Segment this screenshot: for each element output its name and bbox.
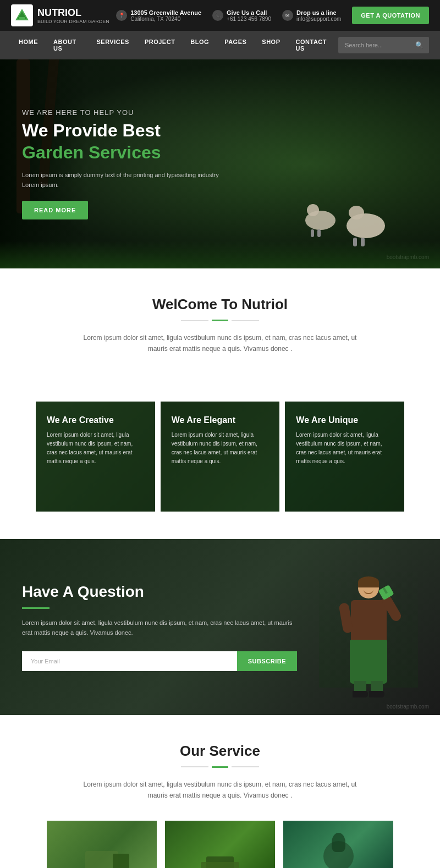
card-content-1: We Are Creative Lorem ipsum dolor sit am… xyxy=(36,402,155,480)
person-right-foot xyxy=(369,691,384,697)
gardener-figure xyxy=(319,567,418,688)
welcome-divider xyxy=(44,320,396,321)
person-right-arm xyxy=(380,594,403,623)
phone-value: +61 123 456 7890 xyxy=(227,16,271,22)
hero-content: WE ARE HERE TO HELP YOU We Provide Best … xyxy=(0,92,248,236)
nav-list: HOME ABOUT US SERVICES PROJECT BLOG PAGE… xyxy=(11,31,338,59)
service-section: Our Service Lorem ipsum dolor sit amet, … xyxy=(0,715,440,868)
quotation-button[interactable]: GET A QUOTATION xyxy=(352,7,429,24)
svg-rect-2 xyxy=(19,17,25,20)
email-icon: ✉ xyxy=(282,10,293,21)
service-divider-left xyxy=(181,766,208,767)
service-img-2 xyxy=(165,821,275,868)
nav-item-home[interactable]: HOME xyxy=(11,31,46,59)
feature-card-creative: We Are Creative Lorem ipsum dolor sit am… xyxy=(36,402,155,512)
brand-tagline: BUILD YOUR DREAM GARDEN xyxy=(37,19,109,24)
card-title-1: We Are Creative xyxy=(47,415,144,425)
email-label: Drop us a line xyxy=(296,9,341,16)
location-icon: 📍 xyxy=(116,10,127,21)
welcome-section: WelCome To Nutriol Lorem ipsum dolor sit… xyxy=(0,268,440,402)
person-hair xyxy=(358,576,379,587)
person-left-leg xyxy=(354,681,366,692)
email-form: SUBSCRIBE xyxy=(22,651,297,671)
email-input[interactable] xyxy=(22,651,237,671)
nav-item-pages[interactable]: PAGES xyxy=(217,31,254,59)
person-head xyxy=(358,578,379,598)
person-left-foot xyxy=(353,691,368,697)
header-contacts: 📍 13005 Greenville Avenue California, TX… xyxy=(116,7,429,24)
address-value: California, TX 70240 xyxy=(130,16,201,22)
card-content-2: We Are Elegant Lorem ipsum dolor sit ame… xyxy=(161,402,280,480)
card-title-3: We Are Unique xyxy=(296,415,393,425)
nav-item-shop[interactable]: SHOP xyxy=(254,31,288,59)
top-header: NUTRIOL BUILD YOUR DREAM GARDEN 📍 13005 … xyxy=(0,0,440,31)
logo-text: NUTRIOL BUILD YOUR DREAM GARDEN xyxy=(37,7,109,24)
phone-icon: 📞 xyxy=(212,10,223,21)
nav-item-about[interactable]: ABOUT US xyxy=(46,31,89,59)
person-left-arm xyxy=(338,602,353,634)
contact-address: 📍 13005 Greenville Avenue California, TX… xyxy=(116,9,201,22)
service-card-rubbish: 🌱 Rubbish Removal Anim pariatur cliche r… xyxy=(47,821,157,868)
hero-description: Lorem ipsum is simply dummy text of the … xyxy=(22,171,226,190)
search-button[interactable]: 🔍 xyxy=(410,37,429,53)
search-area: 🔍 xyxy=(338,37,429,53)
service-card-lawn: 🌿 Lawn Moving Anim pariatur cliche repre… xyxy=(165,821,275,868)
contact-phone: 📞 Give Us a Call +61 123 456 7890 xyxy=(212,9,271,22)
feature-cards: We Are Creative Lorem ipsum dolor sit am… xyxy=(0,402,440,539)
grass-bottom xyxy=(0,241,440,268)
card-text-2: Lorem ipsum dolor sit amet, ligula vesti… xyxy=(172,431,269,466)
hero-title-line2: Garden Services xyxy=(22,142,226,163)
card-text-1: Lorem ipsum dolor sit amet, ligula vesti… xyxy=(47,431,144,466)
question-title: Have A Question xyxy=(22,583,297,601)
person-body xyxy=(336,578,402,688)
email-value: info@support.com xyxy=(296,16,341,22)
logo-area: NUTRIOL BUILD YOUR DREAM GARDEN xyxy=(11,4,109,26)
brand-name: NUTRIOL xyxy=(37,7,109,19)
sheep-decoration xyxy=(305,211,385,238)
nav-item-contact[interactable]: CONTACT US xyxy=(288,31,338,59)
card-content-3: We Are Unique Lorem ipsum dolor sit amet… xyxy=(285,402,404,480)
service-card-garden: 🍀 Garden Care Anim pariatur cliche repre… xyxy=(283,821,393,868)
service-divider-right xyxy=(232,766,259,767)
divider-green xyxy=(212,320,228,321)
divider-line-right xyxy=(232,320,259,321)
hero-subtitle: WE ARE HERE TO HELP YOU xyxy=(22,108,226,117)
plant-held xyxy=(378,585,394,600)
service-grid: 🌱 Rubbish Removal Anim pariatur cliche r… xyxy=(33,821,407,868)
logo-icon xyxy=(11,4,33,26)
contact-email: ✉ Drop us a line info@support.com xyxy=(282,9,341,22)
feature-card-elegant: We Are Elegant Lorem ipsum dolor sit ame… xyxy=(161,402,280,512)
subscribe-button[interactable]: SUBSCRIBE xyxy=(237,651,297,671)
card-title-2: We Are Elegant xyxy=(172,415,269,425)
person-right-leg xyxy=(371,681,383,692)
question-content: Have A Question Lorem ipsum dolor sit am… xyxy=(22,583,297,671)
hero-cta-button[interactable]: READ MORE xyxy=(22,201,88,219)
question-section: Have A Question Lorem ipsum dolor sit am… xyxy=(0,539,440,715)
person-overalls xyxy=(350,640,387,684)
feature-card-unique: We Are Unique Lorem ipsum dolor sit amet… xyxy=(285,402,404,512)
service-divider xyxy=(33,766,407,768)
main-nav: HOME ABOUT US SERVICES PROJECT BLOG PAGE… xyxy=(0,31,440,59)
nav-item-services[interactable]: SERVICES xyxy=(89,31,136,59)
divider-line-left xyxy=(181,320,208,321)
sheep-2 xyxy=(346,213,385,238)
sheep-1 xyxy=(305,211,336,238)
service-img-3 xyxy=(283,821,393,868)
welcome-title: WelCome To Nutriol xyxy=(44,296,396,313)
hero-title-line1: We Provide Best xyxy=(22,121,226,140)
question-description: Lorem ipsum dolor sit amet, ligula vesti… xyxy=(22,618,297,638)
person-smile xyxy=(364,590,373,594)
card-text-3: Lorem ipsum dolor sit amet, ligula vesti… xyxy=(296,431,393,466)
service-divider-green xyxy=(212,766,228,768)
nav-item-project[interactable]: PROJECT xyxy=(137,31,183,59)
service-img-1 xyxy=(47,821,157,868)
phone-label: Give Us a Call xyxy=(227,9,271,16)
hero-section: WE ARE HERE TO HELP YOU We Provide Best … xyxy=(0,59,440,268)
question-divider xyxy=(22,607,50,609)
person-torso xyxy=(351,600,387,641)
service-description: Lorem ipsum dolor sit amet, ligula vesti… xyxy=(82,779,358,801)
search-input[interactable] xyxy=(338,37,410,53)
service-title: Our Service xyxy=(33,743,407,760)
nav-item-blog[interactable]: BLOG xyxy=(183,31,217,59)
question-watermark: bootstrapmb.com xyxy=(387,704,429,710)
